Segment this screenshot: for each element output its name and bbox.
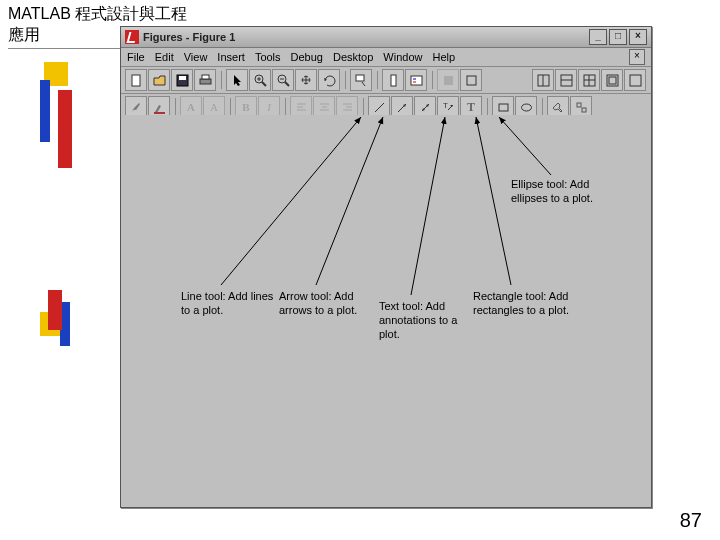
minimize-button[interactable]: _ bbox=[589, 29, 607, 45]
dock-4-button[interactable] bbox=[601, 69, 623, 91]
menu-debug[interactable]: Debug bbox=[291, 51, 323, 63]
annotation-rect: Rectangle tool: Add rectangles to a plot… bbox=[473, 290, 583, 318]
svg-text:T: T bbox=[443, 101, 448, 110]
svg-rect-4 bbox=[202, 75, 209, 79]
svg-rect-13 bbox=[391, 75, 396, 86]
dock-1-button[interactable] bbox=[532, 69, 554, 91]
svg-line-43 bbox=[499, 117, 551, 175]
hide-button[interactable] bbox=[437, 69, 459, 91]
svg-rect-35 bbox=[499, 104, 508, 111]
annotation-arrow: Arrow tool: Add arrows to a plot. bbox=[279, 290, 374, 318]
datacursor-button[interactable] bbox=[350, 69, 372, 91]
svg-line-42 bbox=[476, 117, 511, 285]
svg-rect-14 bbox=[411, 76, 422, 85]
zoom-in-button[interactable] bbox=[249, 69, 271, 91]
svg-point-36 bbox=[521, 104, 531, 111]
dock-2-button[interactable] bbox=[555, 69, 577, 91]
title-bar: Figures - Figure 1 _ □ × bbox=[121, 27, 651, 48]
open-button[interactable] bbox=[148, 69, 170, 91]
zoom-out-button[interactable] bbox=[272, 69, 294, 91]
maximize-button[interactable]: □ bbox=[609, 29, 627, 45]
menu-close-button[interactable]: × bbox=[629, 49, 645, 65]
annotation-ellipse: Ellipse tool: Add ellipses to a plot. bbox=[511, 178, 611, 206]
svg-line-39 bbox=[221, 117, 361, 285]
matlab-icon bbox=[125, 30, 139, 44]
window-title: Figures - Figure 1 bbox=[143, 31, 235, 43]
annotation-text: Text tool: Add annotations to a plot. bbox=[379, 300, 474, 341]
close-button[interactable]: × bbox=[629, 29, 647, 45]
svg-rect-3 bbox=[200, 79, 211, 84]
svg-rect-38 bbox=[582, 108, 586, 112]
dock-3-button[interactable] bbox=[578, 69, 600, 91]
menu-edit[interactable]: Edit bbox=[155, 51, 174, 63]
menu-file[interactable]: File bbox=[127, 51, 145, 63]
colorbar-button[interactable] bbox=[382, 69, 404, 91]
print-button[interactable] bbox=[194, 69, 216, 91]
show-button[interactable] bbox=[460, 69, 482, 91]
svg-rect-28 bbox=[630, 75, 641, 86]
menu-insert[interactable]: Insert bbox=[217, 51, 245, 63]
svg-rect-18 bbox=[467, 76, 476, 85]
menu-window[interactable]: Window bbox=[383, 51, 422, 63]
svg-line-6 bbox=[262, 82, 266, 86]
svg-rect-2 bbox=[179, 76, 186, 80]
svg-rect-37 bbox=[577, 103, 581, 107]
page-number: 87 bbox=[680, 509, 702, 532]
legend-button[interactable] bbox=[405, 69, 427, 91]
pointer-button[interactable] bbox=[226, 69, 248, 91]
menu-help[interactable]: Help bbox=[432, 51, 455, 63]
svg-line-30 bbox=[375, 103, 384, 112]
menu-view[interactable]: View bbox=[184, 51, 208, 63]
annotation-line: Line tool: Add lines to a plot. bbox=[181, 290, 276, 318]
dock-5-button[interactable] bbox=[624, 69, 646, 91]
menu-desktop[interactable]: Desktop bbox=[333, 51, 373, 63]
figure-canvas: Line tool: Add lines to a plot. Arrow to… bbox=[121, 115, 651, 507]
svg-rect-17 bbox=[444, 76, 453, 85]
toolbar-1 bbox=[121, 67, 651, 94]
decorative-blocks bbox=[40, 62, 90, 342]
svg-line-40 bbox=[316, 117, 383, 285]
svg-line-41 bbox=[411, 117, 445, 295]
svg-line-10 bbox=[285, 82, 289, 86]
menu-tools[interactable]: Tools bbox=[255, 51, 281, 63]
svg-rect-29 bbox=[154, 112, 165, 114]
svg-rect-27 bbox=[609, 77, 616, 84]
menu-bar: File Edit View Insert Tools Debug Deskto… bbox=[121, 48, 651, 67]
svg-rect-0 bbox=[132, 75, 140, 86]
new-button[interactable] bbox=[125, 69, 147, 91]
pan-button[interactable] bbox=[295, 69, 317, 91]
rotate-button[interactable] bbox=[318, 69, 340, 91]
figure-window: Figures - Figure 1 _ □ × File Edit View … bbox=[120, 26, 652, 508]
svg-rect-12 bbox=[356, 75, 364, 81]
save-button[interactable] bbox=[171, 69, 193, 91]
